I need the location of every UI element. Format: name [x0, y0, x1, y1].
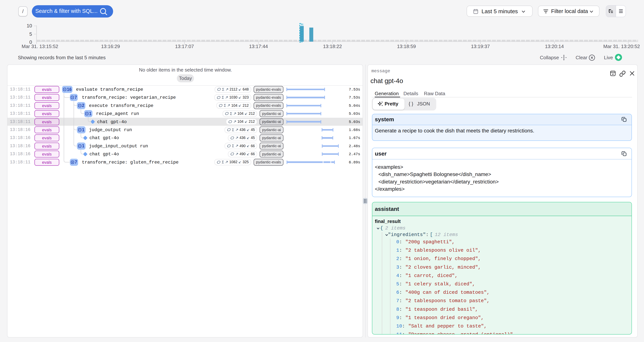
svg-text:13:18:59: 13:18:59: [397, 44, 416, 49]
svg-text:13:19:37: 13:19:37: [471, 44, 490, 49]
svg-text:13:17:44: 13:17:44: [249, 44, 268, 49]
svg-text:13:20:14: 13:20:14: [545, 44, 564, 49]
svg-text:13:16:29: 13:16:29: [101, 44, 120, 49]
svg-text:13:17:07: 13:17:07: [175, 44, 194, 49]
svg-text:13:18:22: 13:18:22: [323, 44, 342, 49]
svg-text:5: 5: [30, 31, 32, 37]
svg-text:10: 10: [27, 23, 32, 28]
svg-text:Mar 31. 13:15:52: Mar 31. 13:15:52: [22, 44, 58, 49]
svg-text:Mar 31. 13:20:52: Mar 31. 13:20:52: [603, 44, 640, 49]
